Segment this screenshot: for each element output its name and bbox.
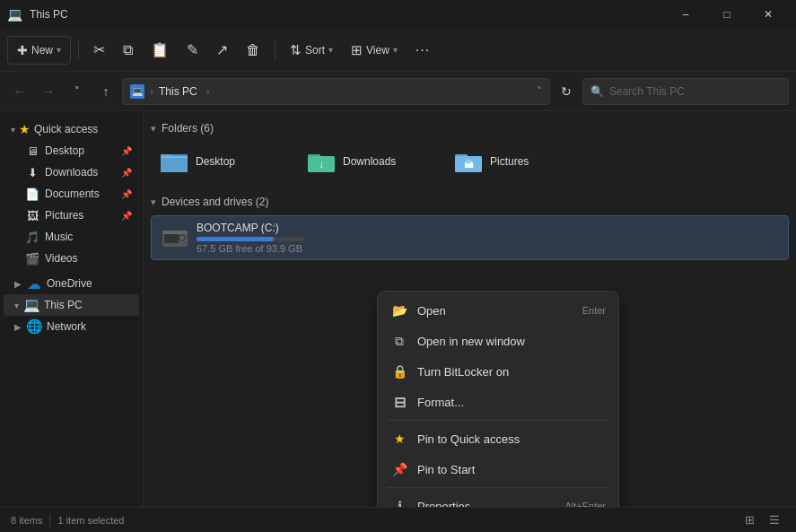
close-button[interactable]: ✕ (748, 0, 789, 29)
toolbar: ✚ New ▾ ✂ ⧉ 📋 ✎ ↗ 🗑 ⇅ Sort ▾ ⊞ View ▾ ··… (0, 29, 796, 72)
drive-bar-fill (197, 237, 274, 241)
expand-icon: ▾ (11, 125, 15, 135)
sidebar-item-downloads[interactable]: ⬇ Downloads 📌 (4, 161, 139, 183)
context-menu: 📂 Open Enter ⧉ Open in new window 🔒 Turn… (377, 291, 619, 507)
folder-desktop[interactable]: Desktop (151, 142, 294, 181)
more-icon: ··· (415, 42, 430, 58)
window-icon: 💻 (7, 7, 22, 22)
ctx-item-format[interactable]: ⊟ Format... (381, 387, 615, 417)
svg-text:↓: ↓ (319, 158, 324, 170)
window-title: This PC (30, 8, 658, 21)
sidebar-item-music[interactable]: 🎵 Music (4, 226, 139, 248)
pin-icon-pictures: 📌 (121, 211, 132, 221)
properties-shortcut: Alt+Enter (564, 501, 606, 507)
cut-button[interactable]: ✂ (86, 36, 112, 65)
svg-rect-5 (161, 158, 188, 172)
minimize-button[interactable]: – (665, 0, 706, 29)
desktop-folder-icon (160, 147, 188, 176)
drive-bootcamp[interactable]: BOOTCAMP (C:) 67.5 GB free of 93.9 GB (151, 215, 789, 260)
status-bar: 8 items 1 item selected ⊞ ☰ (0, 507, 796, 532)
bitlocker-icon: 🔒 (390, 362, 408, 380)
videos-label: Videos (45, 252, 132, 265)
documents-icon: 📄 (25, 187, 39, 201)
sort-dropdown-icon: ▾ (328, 45, 333, 55)
paste-button[interactable]: 📋 (144, 36, 176, 65)
search-icon: 🔍 (590, 85, 604, 98)
sort-button[interactable]: ⇅ Sort ▾ (283, 36, 340, 65)
sidebar-item-onedrive[interactable]: ▶ ☁ OneDrive (4, 273, 139, 294)
cut-icon: ✂ (93, 41, 105, 58)
pin-icon-desktop: 📌 (121, 146, 132, 156)
open-label: Open (417, 304, 573, 318)
quick-access-star: ★ (19, 122, 31, 136)
view-dropdown-icon: ▾ (393, 45, 398, 55)
view-icon: ⊞ (351, 42, 363, 58)
path-chevron-1: › (150, 85, 153, 98)
view-toggle-grid[interactable]: ⊞ (739, 511, 760, 529)
address-bar-row: ← → ˅ ↑ 💻 › This PC › ˅ ↻ 🔍 Search This … (0, 72, 796, 111)
title-bar: 💻 This PC – □ ✕ (0, 0, 796, 29)
search-placeholder: Search This PC (609, 85, 685, 98)
ctx-item-bitlocker[interactable]: 🔒 Turn BitLocker on (381, 356, 615, 387)
folders-section-header[interactable]: ▾ Folders (6) (151, 122, 789, 135)
sort-label: Sort (305, 44, 325, 57)
copy-button[interactable]: ⧉ (116, 36, 140, 65)
downloads-label: Downloads (45, 166, 116, 179)
sidebar-item-network[interactable]: ▶ 🌐 Network (4, 316, 139, 337)
path-text: This PC (159, 85, 197, 98)
view-toggle-list[interactable]: ☰ (764, 511, 785, 529)
properties-label: Properties (417, 500, 555, 508)
address-box[interactable]: 💻 › This PC › ˅ (122, 78, 550, 105)
ctx-item-open-new-window[interactable]: ⧉ Open in new window (381, 326, 615, 356)
dropdown-icon: ˅ (74, 85, 80, 97)
share-icon: ↗ (216, 41, 228, 58)
thispc-label: This PC (44, 299, 132, 311)
dropdown-button[interactable]: ˅ (65, 79, 90, 104)
ctx-item-pin-quick[interactable]: ★ Pin to Quick access (381, 423, 615, 454)
sidebar-item-pictures[interactable]: 🖼 Pictures 📌 (4, 205, 139, 226)
up-button[interactable]: ↑ (93, 79, 118, 104)
forward-button[interactable]: → (36, 79, 61, 104)
sidebar-item-videos[interactable]: 🎬 Videos (4, 248, 139, 269)
downloads-folder-icon: ↓ (307, 147, 336, 176)
refresh-button[interactable]: ↻ (554, 79, 579, 104)
refresh-icon: ↻ (561, 84, 572, 99)
downloads-icon: ⬇ (25, 165, 39, 179)
drives-list: BOOTCAMP (C:) 67.5 GB free of 93.9 GB (151, 215, 789, 260)
format-label: Format... (417, 396, 606, 409)
ctx-sep-2 (387, 487, 609, 488)
sidebar-item-documents[interactable]: 📄 Documents 📌 (4, 183, 139, 205)
search-box[interactable]: 🔍 Search This PC (582, 78, 789, 105)
selected-count: 1 item selected (57, 515, 124, 526)
quick-access-header[interactable]: ▾ ★ Quick access (4, 118, 139, 140)
pin-start-label: Pin to Start (417, 463, 606, 476)
pin-quick-label: Pin to Quick access (417, 432, 606, 446)
rename-button[interactable]: ✎ (179, 36, 206, 65)
network-icon: 🌐 (27, 319, 41, 334)
view-button[interactable]: ⊞ View ▾ (344, 36, 405, 65)
ctx-item-properties[interactable]: ℹ Properties Alt+Enter (381, 491, 615, 507)
pin-quick-icon: ★ (390, 430, 408, 448)
path-icon: 💻 (130, 84, 144, 99)
address-dropdown[interactable]: ˅ (537, 85, 542, 98)
onedrive-icon: ☁ (27, 276, 41, 291)
sidebar-item-desktop[interactable]: 🖥 Desktop 📌 (4, 140, 139, 161)
ctx-item-pin-start[interactable]: 📌 Pin to Start (381, 454, 615, 484)
pin-icon-downloads: 📌 (121, 168, 132, 178)
folder-downloads[interactable]: ↓ Downloads (298, 142, 442, 181)
sidebar-item-thispc[interactable]: ▾ 💻 This PC (4, 294, 139, 316)
back-button[interactable]: ← (7, 79, 32, 104)
delete-button[interactable]: 🗑 (239, 36, 267, 65)
maximize-button[interactable]: □ (706, 0, 748, 29)
pin-icon-documents: 📌 (121, 189, 132, 199)
drive-name: BOOTCAMP (C:) (197, 222, 779, 234)
more-options-button[interactable]: ··· (408, 36, 437, 65)
sort-icon: ⇅ (290, 42, 302, 58)
desktop-label: Desktop (45, 144, 116, 157)
devices-section-header[interactable]: ▾ Devices and drives (2) (151, 196, 789, 208)
new-button[interactable]: ✚ New ▾ (7, 36, 71, 65)
folder-pictures[interactable]: 🏔 Pictures (445, 142, 589, 181)
share-button[interactable]: ↗ (209, 36, 235, 65)
open-new-window-icon: ⧉ (390, 332, 408, 350)
ctx-item-open[interactable]: 📂 Open Enter (381, 295, 615, 326)
